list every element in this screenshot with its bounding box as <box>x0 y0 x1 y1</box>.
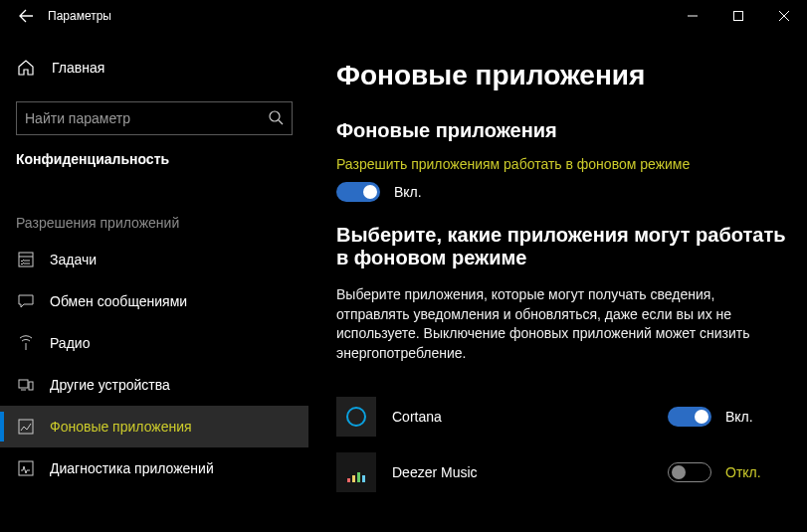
app-name: Deezer Music <box>392 464 668 480</box>
group-heading: Разрешения приложений <box>16 215 293 231</box>
maximize-icon <box>733 11 743 21</box>
close-icon <box>779 11 789 21</box>
home-icon <box>16 59 36 77</box>
messaging-icon <box>16 293 36 309</box>
maximize-button[interactable] <box>715 0 761 32</box>
content-pane: Фоновые приложения Фоновые приложения Ра… <box>308 32 807 532</box>
sidebar-item-label: Задачи <box>50 252 97 267</box>
svg-rect-2 <box>19 253 33 266</box>
diagnostics-icon <box>16 460 36 476</box>
sidebar-item-diagnostics[interactable]: Диагностика приложений <box>0 447 308 489</box>
toggle-knob <box>695 410 708 424</box>
minimize-button[interactable] <box>670 0 715 32</box>
svg-rect-4 <box>29 382 33 390</box>
page-title: Фоновые приложения <box>336 60 787 91</box>
app-toggle-state: Откл. <box>725 464 761 480</box>
svg-rect-5 <box>19 420 33 434</box>
sidebar-item-other-devices[interactable]: Другие устройства <box>0 364 308 406</box>
sidebar-item-messaging[interactable]: Обмен сообщениями <box>0 280 308 322</box>
master-toggle-label: Разрешить приложениям работать в фоновом… <box>336 156 787 172</box>
sidebar-item-label: Другие устройства <box>50 377 170 393</box>
search-input[interactable] <box>25 110 264 126</box>
close-button[interactable] <box>761 0 807 32</box>
sidebar-item-label: Фоновые приложения <box>50 419 192 435</box>
app-name: Cortana <box>392 409 668 425</box>
cortana-icon <box>336 397 376 437</box>
sidebar: Главная Конфиденциальность Разрешения пр… <box>0 32 308 532</box>
app-toggle-cortana[interactable] <box>668 407 711 427</box>
toggle-knob <box>363 185 377 199</box>
app-toggle-deezer[interactable] <box>668 462 711 482</box>
deezer-icon <box>336 452 376 492</box>
sidebar-item-label: Обмен сообщениями <box>50 293 187 309</box>
arrow-left-icon <box>18 8 34 24</box>
app-toggle-state: Вкл. <box>725 409 753 425</box>
search-box[interactable] <box>16 101 293 135</box>
tasks-icon <box>16 252 36 267</box>
master-toggle-state: Вкл. <box>394 184 422 200</box>
sidebar-item-tasks[interactable]: Задачи <box>0 239 308 280</box>
minimize-icon <box>688 11 698 21</box>
svg-point-1 <box>270 111 280 121</box>
category-heading: Конфиденциальность <box>16 151 293 167</box>
svg-rect-0 <box>734 12 743 21</box>
sidebar-item-radio[interactable]: Радио <box>0 322 308 364</box>
master-toggle[interactable] <box>336 182 380 202</box>
sidebar-item-label: Диагностика приложений <box>50 460 214 476</box>
nav-list: Задачи Обмен сообщениями Радио Другие ус… <box>0 239 308 489</box>
sidebar-item-label: Радио <box>50 335 90 351</box>
radio-icon <box>16 335 36 351</box>
app-row-deezer: Deezer Music Откл. <box>336 444 787 500</box>
section-description: Выберите приложения, которые могут получ… <box>336 285 754 363</box>
toggle-knob <box>672 465 686 479</box>
other-devices-icon <box>16 377 36 393</box>
sidebar-item-background-apps[interactable]: Фоновые приложения <box>0 406 308 447</box>
app-row-cortana: Cortana Вкл. <box>336 389 787 444</box>
home-nav[interactable]: Главная <box>16 48 293 88</box>
svg-rect-3 <box>19 380 28 388</box>
back-button[interactable] <box>6 0 46 32</box>
section-background-apps-title: Фоновые приложения <box>336 119 787 142</box>
home-label: Главная <box>52 60 104 76</box>
section-choose-apps-title: Выберите, какие приложения могут работат… <box>336 224 787 269</box>
window-title: Параметры <box>48 9 111 23</box>
titlebar: Параметры <box>0 0 807 32</box>
search-icon <box>268 109 284 128</box>
background-apps-icon <box>16 419 36 435</box>
